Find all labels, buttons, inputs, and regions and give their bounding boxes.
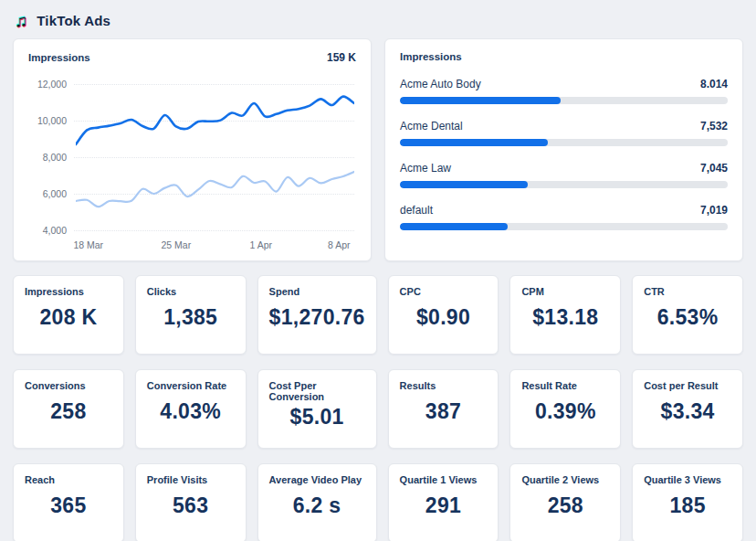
kpi-card-reach[interactable]: Reach 365 bbox=[13, 463, 124, 541]
app-header: ♫ TikTok Ads bbox=[0, 0, 756, 38]
bar-card-title: Impressions bbox=[400, 51, 462, 62]
kpi-card-average-video-play[interactable]: Average Video Play 6.2 s bbox=[257, 463, 377, 541]
kpi-card-cpm[interactable]: CPM $13.18 bbox=[509, 275, 621, 355]
line-chart-plot[interactable]: 12,000 10,000 8,000 6,000 4,000 bbox=[28, 75, 356, 238]
kpi-value: 185 bbox=[644, 485, 731, 532]
kpi-card-clicks[interactable]: Clicks 1,385 bbox=[135, 275, 247, 355]
kpi-value: 6.53% bbox=[644, 297, 731, 344]
bar-fill bbox=[400, 139, 548, 146]
bar-fill bbox=[400, 97, 561, 104]
kpi-label: CTR bbox=[644, 286, 731, 297]
kpi-value: 1,385 bbox=[147, 297, 235, 344]
bar-row[interactable]: default 7,019 bbox=[400, 204, 728, 230]
top-charts-row: Impressions 159 K 12,000 10,000 8,000 6,… bbox=[13, 38, 743, 261]
impressions-bar-list-card[interactable]: Impressions Acme Auto Body 8.014 Acme De… bbox=[384, 38, 743, 261]
kpi-card-cpc[interactable]: CPC $0.90 bbox=[388, 275, 499, 355]
bar-row-value: 7,019 bbox=[700, 204, 728, 217]
bar-row[interactable]: Acme Law 7,045 bbox=[400, 162, 728, 188]
kpi-card-ctr[interactable]: CTR 6.53% bbox=[632, 275, 743, 355]
line-series-previous-period bbox=[76, 172, 354, 207]
kpi-label: Quartile 2 Views bbox=[521, 474, 609, 485]
bar-row-value: 7,532 bbox=[700, 120, 728, 133]
kpi-label: CPM bbox=[521, 286, 609, 297]
kpi-card-profile-visits[interactable]: Profile Visits 563 bbox=[135, 463, 247, 541]
kpi-label: Conversion Rate bbox=[147, 380, 235, 391]
line-chart-svg bbox=[76, 75, 354, 238]
kpi-label: Profile Visits bbox=[147, 474, 235, 485]
kpi-card-result-rate[interactable]: Result Rate 0.39% bbox=[509, 369, 621, 449]
kpi-value: 258 bbox=[25, 391, 112, 438]
bar-track bbox=[400, 97, 728, 104]
kpi-label: Spend bbox=[269, 286, 365, 297]
page-title: TikTok Ads bbox=[37, 13, 110, 28]
kpi-value: 6.2 s bbox=[269, 485, 365, 532]
bar-row-label: Acme Auto Body bbox=[400, 78, 481, 90]
kpi-label: Quartile 3 Views bbox=[644, 474, 731, 485]
kpi-card-quartile-3-views[interactable]: Quartile 3 Views 185 bbox=[632, 463, 743, 541]
kpi-card-conversions[interactable]: Conversions 258 bbox=[13, 369, 124, 449]
kpi-label: Quartile 1 Views bbox=[400, 474, 488, 485]
bar-fill bbox=[400, 223, 508, 230]
kpi-card-quartile-2-views[interactable]: Quartile 2 Views 258 bbox=[509, 463, 621, 541]
kpi-value: $3.34 bbox=[644, 391, 731, 438]
kpi-value: 365 bbox=[25, 485, 112, 532]
kpi-value: $5.01 bbox=[269, 402, 365, 438]
bar-row[interactable]: Acme Auto Body 8.014 bbox=[400, 78, 728, 104]
bar-row-label: Acme Dental bbox=[400, 120, 463, 133]
kpi-label: Conversions bbox=[25, 380, 112, 391]
x-axis-tick: 1 Apr bbox=[250, 239, 273, 250]
y-axis-tick: 10,000 bbox=[28, 115, 67, 126]
bar-fill bbox=[400, 181, 528, 188]
kpi-value: 208 K bbox=[25, 297, 112, 344]
kpi-label: Result Rate bbox=[521, 380, 609, 391]
bar-row-label: Acme Law bbox=[400, 162, 451, 175]
kpi-value: 258 bbox=[521, 485, 609, 532]
kpi-label: Clicks bbox=[147, 286, 235, 297]
bar-list: Acme Auto Body 8.014 Acme Dental 7,532 bbox=[400, 78, 728, 230]
bar-row-value: 7,045 bbox=[700, 162, 728, 175]
kpi-card-results[interactable]: Results 387 bbox=[388, 369, 499, 449]
bar-row-value: 8.014 bbox=[700, 78, 728, 90]
kpi-value: 563 bbox=[147, 485, 235, 532]
tiktok-logo-icon: ♫ bbox=[15, 12, 27, 29]
y-axis-tick: 6,000 bbox=[28, 188, 67, 199]
kpi-value: 291 bbox=[400, 485, 488, 532]
chart-title: Impressions bbox=[28, 52, 90, 63]
kpi-label: Results bbox=[400, 380, 488, 391]
kpi-label: Impressions bbox=[25, 286, 112, 297]
kpi-card-quartile-1-views[interactable]: Quartile 1 Views 291 bbox=[388, 463, 499, 541]
kpi-card-spend[interactable]: Spend $1,270.76 bbox=[257, 275, 377, 355]
kpi-value: 387 bbox=[400, 391, 488, 438]
y-axis-tick: 4,000 bbox=[28, 225, 67, 236]
bar-track bbox=[400, 181, 728, 188]
kpi-value: $1,270.76 bbox=[269, 297, 365, 344]
kpi-card-cost-per-result[interactable]: Cost per Result $3.34 bbox=[632, 369, 743, 449]
bar-row[interactable]: Acme Dental 7,532 bbox=[400, 120, 728, 146]
y-axis-tick: 8,000 bbox=[28, 152, 67, 163]
kpi-value: 0.39% bbox=[521, 391, 609, 438]
kpi-value: $0.90 bbox=[400, 297, 488, 344]
chart-total-value: 159 K bbox=[327, 51, 356, 64]
x-axis-tick: 25 Mar bbox=[161, 239, 191, 250]
kpi-grid: Impressions 208 K Clicks 1,385 Spend $1,… bbox=[13, 275, 743, 541]
kpi-value: $13.18 bbox=[521, 297, 609, 344]
kpi-value: 4.03% bbox=[147, 391, 235, 438]
kpi-card-cost-per-conversion[interactable]: Cost Pper Conversion $5.01 bbox=[257, 369, 377, 449]
bar-track bbox=[400, 223, 728, 230]
kpi-label: Average Video Play bbox=[269, 474, 365, 485]
x-axis: 18 Mar 25 Mar 1 Apr 8 Apr bbox=[76, 239, 354, 254]
kpi-label: Cost per Result bbox=[644, 380, 731, 391]
x-axis-tick: 18 Mar bbox=[73, 239, 103, 250]
x-axis-tick: 8 Apr bbox=[328, 239, 351, 250]
kpi-label: CPC bbox=[400, 286, 488, 297]
bar-row-label: default bbox=[400, 204, 433, 217]
bar-track bbox=[400, 139, 728, 146]
impressions-line-chart-card[interactable]: Impressions 159 K 12,000 10,000 8,000 6,… bbox=[13, 38, 372, 261]
kpi-label: Reach bbox=[25, 474, 112, 485]
kpi-card-impressions[interactable]: Impressions 208 K bbox=[13, 275, 124, 355]
line-series-current-period bbox=[76, 97, 354, 144]
kpi-card-conversion-rate[interactable]: Conversion Rate 4.03% bbox=[135, 369, 247, 449]
y-axis-tick: 12,000 bbox=[28, 79, 67, 90]
kpi-label: Cost Pper Conversion bbox=[269, 380, 365, 402]
